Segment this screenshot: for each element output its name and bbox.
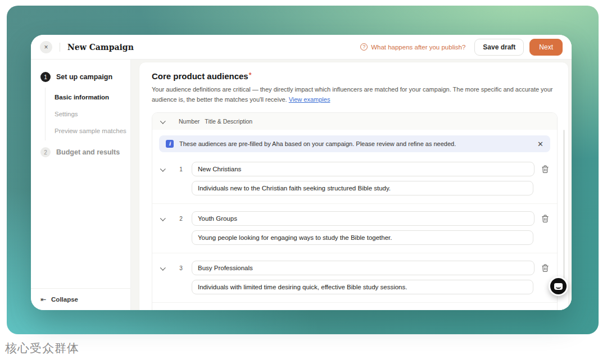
section-chevron-down-icon[interactable] bbox=[160, 119, 166, 124]
step-2-circle: 2 bbox=[40, 147, 51, 157]
audience-title-input[interactable] bbox=[192, 261, 534, 275]
chat-widget-button[interactable] bbox=[549, 276, 568, 296]
banner-text: These audiences are pre-filled by Aha ba… bbox=[179, 140, 456, 147]
banner-close-button[interactable]: ✕ bbox=[537, 140, 543, 148]
sidebar-item-settings[interactable]: Settings bbox=[46, 106, 130, 122]
audiences-description: Your audience definitions are critical —… bbox=[152, 85, 556, 104]
image-caption: 核心受众群体 bbox=[5, 340, 79, 356]
row-number: 3 bbox=[177, 265, 185, 271]
modal-title: New Campaign bbox=[67, 43, 134, 52]
audience-row: 1 bbox=[152, 154, 557, 203]
prefill-info-banner: i These audiences are pre-filled by Aha … bbox=[159, 135, 550, 152]
new-campaign-modal: × New Campaign ? What happens after you … bbox=[31, 35, 572, 310]
publish-help-label: What happens after you publish? bbox=[371, 44, 465, 51]
step-2-label: Budget and results bbox=[56, 148, 120, 156]
audience-rows: 1 2 bbox=[152, 154, 557, 310]
main-content: Core product audiences* Your audience de… bbox=[131, 60, 572, 310]
audience-row: 4 bbox=[152, 302, 557, 310]
delete-audience-button[interactable] bbox=[541, 264, 549, 272]
trash-icon bbox=[541, 264, 549, 272]
trash-icon bbox=[541, 165, 549, 174]
row-chevron-down-icon[interactable] bbox=[160, 216, 166, 221]
audience-description-input[interactable] bbox=[192, 230, 533, 245]
sidebar-item-basic-information[interactable]: Basic information bbox=[46, 89, 130, 106]
required-asterisk: * bbox=[249, 71, 252, 79]
row-chevron-down-icon[interactable] bbox=[160, 166, 166, 172]
row-number: 1 bbox=[177, 166, 185, 172]
chat-bubble-icon bbox=[554, 283, 563, 290]
section-header: Number Title & Description bbox=[152, 113, 557, 130]
info-icon: i bbox=[166, 140, 174, 148]
modal-body: 1 Set up campaign Basic information Sett… bbox=[31, 60, 572, 310]
trash-icon bbox=[541, 215, 549, 223]
page-title: Core product audiences* bbox=[152, 71, 556, 81]
collapse-icon: ⇤ bbox=[40, 296, 46, 303]
steps-sidebar: 1 Set up campaign Basic information Sett… bbox=[31, 60, 131, 310]
publish-help-link[interactable]: ? What happens after you publish? bbox=[360, 43, 465, 51]
row-number: 2 bbox=[177, 216, 185, 222]
panel-scrollbar[interactable] bbox=[563, 130, 565, 279]
delete-audience-button[interactable] bbox=[541, 165, 549, 174]
audience-description-input[interactable] bbox=[192, 280, 533, 294]
column-header-title-description: Title & Description bbox=[205, 118, 252, 125]
sidebar-step-budget-and-results[interactable]: 2 Budget and results bbox=[31, 144, 130, 161]
close-button[interactable]: × bbox=[40, 41, 52, 53]
next-button[interactable]: Next bbox=[529, 39, 563, 56]
substep-list: Basic information Settings Preview sampl… bbox=[45, 88, 130, 140]
step-1-label: Set up campaign bbox=[56, 73, 112, 81]
audience-title-input[interactable] bbox=[192, 211, 534, 226]
audience-section: Number Title & Description i These audie… bbox=[152, 112, 558, 310]
row-chevron-down-icon[interactable] bbox=[160, 265, 166, 271]
column-header-number: Number bbox=[179, 118, 200, 125]
sidebar-step-setup-campaign[interactable]: 1 Set up campaign bbox=[31, 69, 130, 85]
audience-title-input[interactable] bbox=[192, 162, 534, 176]
modal-header: × New Campaign ? What happens after you … bbox=[31, 35, 572, 60]
audiences-panel: Core product audiences* Your audience de… bbox=[139, 62, 569, 310]
audience-description-input[interactable] bbox=[192, 181, 533, 195]
view-examples-link[interactable]: View examples bbox=[289, 96, 330, 103]
page: × New Campaign ? What happens after you … bbox=[0, 0, 607, 364]
collapse-sidebar-button[interactable]: ⇤ Collapse bbox=[31, 288, 130, 310]
save-draft-button[interactable]: Save draft bbox=[474, 39, 524, 56]
collapse-label: Collapse bbox=[51, 296, 78, 303]
step-1-circle: 1 bbox=[40, 72, 51, 82]
sidebar-item-preview-sample-matches[interactable]: Preview sample matches bbox=[46, 122, 130, 139]
delete-audience-button[interactable] bbox=[541, 215, 549, 223]
audience-row: 2 bbox=[152, 203, 557, 253]
header-divider bbox=[60, 43, 60, 52]
question-circle-icon: ? bbox=[360, 43, 368, 51]
audience-row: 3 bbox=[152, 253, 557, 302]
